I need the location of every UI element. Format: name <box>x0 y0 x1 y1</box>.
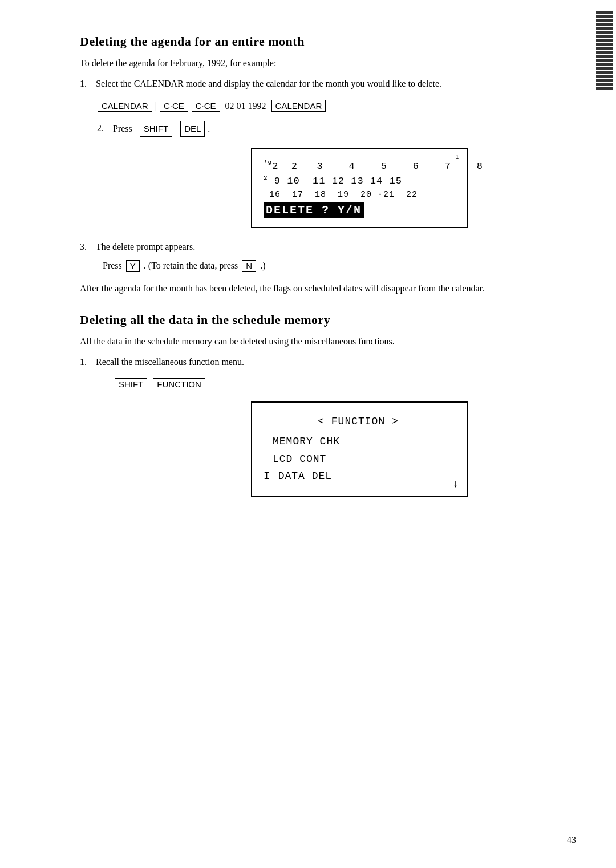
lcd-function-screen: < FUNCTION > MEMORY CHK LCD CONT I DATA … <box>251 401 468 496</box>
step3-number: 3. <box>80 240 91 254</box>
display-bar-2: SHIFT FUNCTION <box>114 378 548 390</box>
page-container: Deleting the agenda for an entire month … <box>46 0 570 548</box>
key-calendar-2: CALENDAR <box>271 100 326 112</box>
key-n: N <box>242 260 256 272</box>
lcd-cursor: I <box>264 468 270 485</box>
section2-step1-text: Recall the miscellaneous function menu. <box>96 355 548 370</box>
press-label: Press <box>103 261 122 271</box>
step2: 2. Press SHIFT DEL . <box>97 121 548 137</box>
lcd-delete-row: DELETE ? Y/N <box>264 201 455 218</box>
key-shift-2: SHIFT <box>115 378 147 390</box>
key-y: Y <box>126 260 140 272</box>
lcd-row3: 16 17 18 19 20 ·21 22 <box>264 189 455 202</box>
lcd-function-row3: I DATA DEL <box>264 468 453 485</box>
press-y-suffix: .) <box>260 261 265 271</box>
key-function: FUNCTION <box>153 378 205 390</box>
step3-text: The delete prompt appears. <box>96 240 548 254</box>
key-shift-1: SHIFT <box>140 121 172 137</box>
step2-period: . <box>208 124 210 133</box>
page-number: 43 <box>567 835 576 845</box>
date-text: 02 01 1992 <box>225 101 266 111</box>
step3: 3. The delete prompt appears. <box>80 240 548 254</box>
section1-intro: To delete the agenda for February, 1992,… <box>80 56 548 71</box>
after-delete-text: After the agenda for the month has been … <box>80 281 548 296</box>
section-delete-month: Deleting the agenda for an entire month … <box>80 34 548 295</box>
lcd-function-row1: MEMORY CHK <box>264 433 453 451</box>
lcd-function-datadel: DATA DEL <box>278 470 332 482</box>
key-del: DEL <box>180 121 205 137</box>
lcd-tick: ¹ <box>455 154 460 163</box>
section2-heading: Deleting all the data in the schedule me… <box>80 313 548 327</box>
step1: 1. Select the CALENDAR mode and display … <box>80 76 548 91</box>
step1-number: 1. <box>80 76 91 91</box>
lcd-delete-text: DELETE ? Y/N <box>264 202 364 218</box>
lcd-sup1: '9 <box>264 160 272 167</box>
key-cce-1: C·CE <box>160 100 188 112</box>
lcd-row1: '92 2 3 4 5 6 7 8 <box>264 159 455 173</box>
display-bar-1: CALENDAR | C·CE C·CE 02 01 1992 CALENDAR <box>97 100 548 112</box>
binding-marks <box>593 0 616 868</box>
step1-text: Select the CALENDAR mode and display the… <box>96 76 548 91</box>
lcd-delete-screen: ¹ '92 2 3 4 5 6 7 8 2 9 10 11 12 13 14 1… <box>251 148 468 228</box>
press-y-line: Press Y . (To retain the data, press N .… <box>103 260 548 272</box>
lcd-function-row2: LCD CONT <box>264 451 453 468</box>
section2-step1-number: 1. <box>80 355 91 370</box>
lcd-arrow-down: ↓ <box>452 478 459 490</box>
section-delete-all: Deleting all the data in the schedule me… <box>80 313 548 497</box>
step2-press: Press <box>113 124 132 133</box>
section2-intro: All the data in the schedule memory can … <box>80 334 548 349</box>
lcd-function-header: < FUNCTION > <box>264 413 453 431</box>
lcd-row2: 2 9 10 11 12 13 14 15 <box>264 173 455 188</box>
section1-heading: Deleting the agenda for an entire month <box>80 34 548 49</box>
step2-number: 2. <box>97 121 108 137</box>
step2-text: Press SHIFT DEL . <box>113 121 548 137</box>
separator-1: | <box>155 101 157 111</box>
press-y-middle: . (To retain the data, press <box>144 261 238 271</box>
lcd-sup2: 2 <box>264 175 268 181</box>
key-cce-2: C·CE <box>192 100 220 112</box>
section2-step1: 1. Recall the miscellaneous function men… <box>80 355 548 370</box>
key-calendar-1: CALENDAR <box>98 100 152 112</box>
